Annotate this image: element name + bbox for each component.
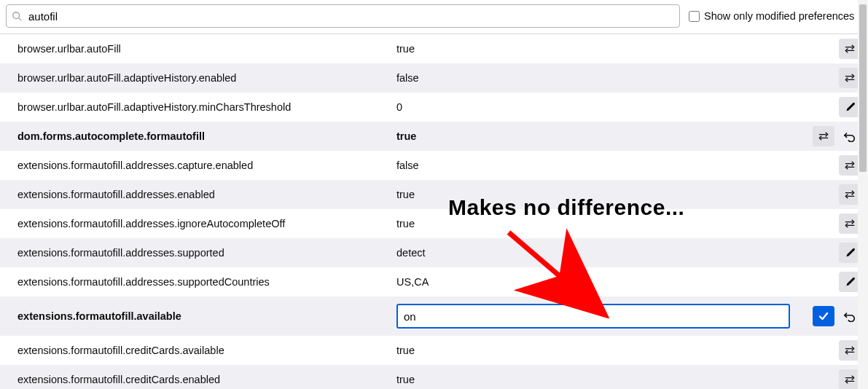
- pref-value: 0: [396, 94, 839, 120]
- show-modified-label-text: Show only modified preferences: [704, 10, 854, 22]
- pref-name: extensions.formautofill.addresses.suppor…: [17, 269, 396, 295]
- pencil-icon: [845, 277, 856, 288]
- pref-row: extensions.formautofill.addresses.ignore…: [0, 209, 868, 238]
- pref-value: true: [396, 366, 839, 389]
- toggle-icon: [844, 160, 856, 170]
- toggle-button[interactable]: [813, 126, 834, 146]
- pref-value: true: [396, 123, 813, 149]
- pref-row: extensions.formautofill.available: [0, 296, 868, 336]
- search-icon: [12, 11, 22, 21]
- svg-point-0: [13, 12, 20, 19]
- undo-icon: [844, 131, 856, 142]
- pref-value: false: [396, 65, 839, 91]
- pref-name: browser.urlbar.autoFill: [17, 36, 396, 62]
- pref-value-editing: [396, 296, 813, 336]
- pref-name: extensions.formautofill.addresses.enable…: [17, 181, 396, 208]
- pref-name: browser.urlbar.autoFill.adaptiveHistory.…: [17, 94, 396, 120]
- toggle-icon: [844, 44, 856, 54]
- pref-row: extensions.formautofill.addresses.captur…: [0, 151, 868, 180]
- toggle-icon: [844, 189, 856, 200]
- pencil-icon: [845, 102, 856, 113]
- pref-value: true: [396, 181, 839, 208]
- pref-value: true: [396, 337, 839, 364]
- vertical-scrollbar[interactable]: [858, 0, 868, 389]
- preferences-table: browser.urlbar.autoFilltruebrowser.urlba…: [0, 34, 868, 389]
- toggle-icon: [844, 73, 856, 83]
- toggle-icon: [844, 219, 856, 229]
- pref-row: extensions.formautofill.creditCards.enab…: [0, 365, 868, 389]
- pref-value: US,CA: [396, 269, 839, 295]
- pref-row: dom.forms.autocomplete.formautofilltrue: [0, 122, 868, 151]
- show-modified-checkbox-label[interactable]: Show only modified preferences: [689, 10, 854, 22]
- pref-row: browser.urlbar.autoFill.adaptiveHistory.…: [0, 63, 868, 93]
- pencil-icon: [845, 248, 856, 259]
- svg-line-1: [19, 18, 22, 21]
- toggle-icon: [844, 374, 856, 385]
- pref-row: extensions.formautofill.creditCards.avai…: [0, 336, 868, 365]
- toggle-icon: [844, 345, 856, 355]
- search-input[interactable]: [6, 4, 680, 28]
- toggle-icon: [818, 131, 829, 141]
- show-modified-checkbox[interactable]: [689, 11, 700, 22]
- pref-name: dom.forms.autocomplete.formautofill: [17, 123, 396, 149]
- pref-value: detect: [396, 240, 839, 266]
- pref-row: extensions.formautofill.addresses.enable…: [0, 180, 868, 209]
- pref-row: browser.urlbar.autoFilltrue: [0, 34, 868, 63]
- undo-icon: [844, 311, 856, 322]
- pref-value: true: [396, 211, 839, 237]
- pref-name: extensions.formautofill.addresses.captur…: [17, 152, 396, 178]
- pref-name: browser.urlbar.autoFill.adaptiveHistory.…: [17, 65, 396, 91]
- pref-value: true: [396, 36, 839, 62]
- scrollbar-thumb[interactable]: [859, 4, 867, 172]
- pref-name: extensions.formautofill.creditCards.enab…: [17, 366, 396, 389]
- pref-name: extensions.formautofill.available: [17, 303, 396, 329]
- pref-name: extensions.formautofill.creditCards.avai…: [17, 337, 396, 364]
- save-button[interactable]: [813, 306, 834, 326]
- pref-edit-input[interactable]: [396, 304, 790, 329]
- search-container: [6, 4, 680, 28]
- pref-value: false: [396, 152, 839, 178]
- pref-name: extensions.formautofill.addresses.suppor…: [17, 240, 396, 266]
- search-bar: Show only modified preferences: [0, 0, 868, 34]
- pref-row: browser.urlbar.autoFill.adaptiveHistory.…: [0, 93, 868, 122]
- pref-name: extensions.formautofill.addresses.ignore…: [17, 211, 396, 237]
- check-icon: [818, 310, 829, 322]
- pref-row: extensions.formautofill.addresses.suppor…: [0, 238, 868, 267]
- pref-row: extensions.formautofill.addresses.suppor…: [0, 267, 868, 296]
